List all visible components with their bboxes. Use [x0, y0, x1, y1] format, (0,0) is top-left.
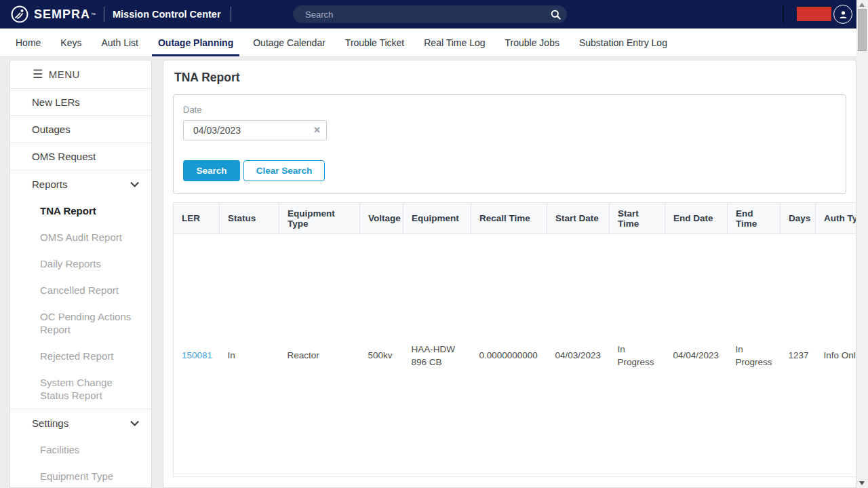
- cell-ler: 150081: [174, 234, 220, 477]
- column-header-auth-type[interactable]: Auth Type: [816, 203, 857, 234]
- tab-outage-calendar[interactable]: Outage Calendar: [253, 29, 326, 56]
- sidebar-item-oc-pending-actions-report[interactable]: OC Pending Actions Report: [10, 303, 151, 343]
- sidebar-item-facilities[interactable]: Facilities: [10, 436, 151, 463]
- sidebar-group-reports[interactable]: Reports: [10, 170, 151, 198]
- scrollbar-up-arrow-icon[interactable]: [859, 3, 865, 7]
- cell-equipment-type: Reactor: [279, 234, 360, 477]
- cell-status: In: [220, 234, 279, 477]
- column-header-end-time[interactable]: End Time: [728, 203, 781, 234]
- page-title: TNA Report: [163, 60, 856, 85]
- sempra-logo-icon: [11, 5, 28, 23]
- header-divider: [104, 7, 104, 22]
- sidebar-item-system-change-status-report[interactable]: System Change Status Report: [10, 369, 151, 409]
- brand-trademark: ™: [91, 12, 96, 17]
- scrollbar-down-arrow-icon[interactable]: [859, 481, 865, 485]
- sidebar-group-settings[interactable]: Settings: [10, 409, 151, 436]
- cell-end-time: In Progress: [728, 234, 781, 477]
- app-title: Mission Control Center: [113, 9, 221, 20]
- tab-substation-entry-log[interactable]: Substation Entry Log: [579, 29, 667, 56]
- column-header-status[interactable]: Status: [220, 203, 279, 234]
- header-divider: [783, 5, 784, 23]
- sidebar-item-new-lers[interactable]: New LERs: [10, 89, 151, 116]
- date-input[interactable]: [183, 120, 327, 140]
- column-header-ler[interactable]: LER: [174, 203, 220, 234]
- cell-start-time: In Progress: [610, 234, 665, 477]
- main-content: TNA Report Date ✕ Search Clear Search: [163, 60, 856, 488]
- clear-search-button[interactable]: Clear Search: [243, 160, 325, 181]
- sidebar-item-rejected-report[interactable]: Rejected Report: [10, 343, 151, 369]
- cell-start-date: 04/03/2023: [547, 234, 610, 477]
- tab-outage-planning[interactable]: Outage Planning: [158, 29, 233, 56]
- chevron-down-icon: [130, 417, 139, 426]
- date-clear-icon[interactable]: ✕: [313, 125, 321, 136]
- sidebar-item-oms-audit-report[interactable]: OMS Audit Report: [10, 224, 151, 250]
- cell-voltage: 500kv: [360, 234, 403, 477]
- column-header-start-time[interactable]: Start Time: [610, 203, 665, 234]
- sidebar-item-tna-report[interactable]: TNA Report: [10, 198, 151, 224]
- column-header-equipment[interactable]: Equipment: [403, 203, 471, 234]
- cell-auth-type: Info Only: [816, 234, 857, 477]
- global-search-input[interactable]: [293, 10, 544, 20]
- filter-panel: Date ✕ Search Clear Search: [173, 94, 846, 194]
- sidebar-item-equipment-type[interactable]: Equipment Type: [10, 463, 151, 488]
- global-search-button[interactable]: [544, 5, 567, 23]
- cell-equipment: HAA-HDW 896 CB: [403, 234, 471, 477]
- reports-group-label: Reports: [32, 179, 68, 190]
- filter-buttons: Search Clear Search: [183, 160, 835, 181]
- table-header-row: LER Status Equipment Type Voltage Equipm…: [174, 203, 857, 234]
- date-field: ✕: [183, 120, 327, 140]
- app-root: SEMPRA™ Mission Control Center Home Ke: [0, 0, 868, 488]
- column-header-voltage[interactable]: Voltage: [360, 203, 403, 234]
- tab-home[interactable]: Home: [16, 29, 41, 56]
- settings-group-label: Settings: [32, 417, 68, 429]
- header-divider: [231, 7, 231, 22]
- sidebar-item-oms-request[interactable]: OMS Request: [10, 143, 151, 170]
- column-header-start-date[interactable]: Start Date: [547, 203, 610, 234]
- results-table-container: LER Status Equipment Type Voltage Equipm…: [173, 202, 856, 477]
- menu-label: MENU: [49, 69, 80, 80]
- sidebar: ☰ MENU New LERs Outages OMS Request Repo…: [9, 60, 152, 488]
- search-icon: [551, 10, 561, 20]
- tab-trouble-jobs[interactable]: Trouble Jobs: [505, 29, 559, 56]
- sidebar-item-cancelled-report[interactable]: Cancelled Report: [10, 277, 151, 303]
- user-avatar-button[interactable]: [833, 5, 852, 24]
- person-icon: [838, 10, 848, 20]
- cell-recall-time: 0.0000000000: [471, 234, 547, 477]
- primary-nav-tabs: Home Keys Auth List Outage Planning Outa…: [0, 29, 868, 57]
- tab-auth-list[interactable]: Auth List: [101, 29, 138, 56]
- sidebar-item-daily-reports[interactable]: Daily Reports: [10, 250, 151, 277]
- column-header-recall-time[interactable]: Recall Time: [471, 203, 547, 234]
- tab-trouble-ticket[interactable]: Trouble Ticket: [345, 29, 404, 56]
- top-header-bar: SEMPRA™ Mission Control Center: [0, 0, 868, 29]
- global-search: [293, 5, 567, 23]
- redacted-user-label: [797, 7, 831, 21]
- sidebar-item-outages[interactable]: Outages: [10, 116, 151, 143]
- date-field-label: Date: [183, 105, 835, 115]
- cell-end-date: 04/04/2023: [665, 234, 728, 477]
- tab-real-time-log[interactable]: Real Time Log: [424, 29, 485, 56]
- column-header-equipment-type[interactable]: Equipment Type: [279, 203, 360, 234]
- brand-name: SEMPRA: [34, 7, 90, 22]
- brand-group: SEMPRA™: [11, 5, 96, 23]
- column-header-end-date[interactable]: End Date: [665, 203, 728, 234]
- cell-days: 1237: [781, 234, 816, 477]
- hamburger-icon: ☰: [33, 69, 43, 80]
- table-row: 150081 In Reactor 500kv HAA-HDW 896 CB 0…: [174, 234, 857, 477]
- results-table: LER Status Equipment Type Voltage Equipm…: [173, 202, 856, 477]
- sidebar-menu-toggle[interactable]: ☰ MENU: [10, 60, 151, 89]
- chevron-down-icon: [130, 179, 139, 187]
- vertical-scrollbar[interactable]: [856, 0, 868, 488]
- tab-keys[interactable]: Keys: [60, 29, 81, 56]
- column-header-days[interactable]: Days: [781, 203, 816, 234]
- ler-link[interactable]: 150081: [182, 350, 212, 360]
- scrollbar-thumb[interactable]: [858, 9, 867, 51]
- search-button[interactable]: Search: [183, 160, 240, 181]
